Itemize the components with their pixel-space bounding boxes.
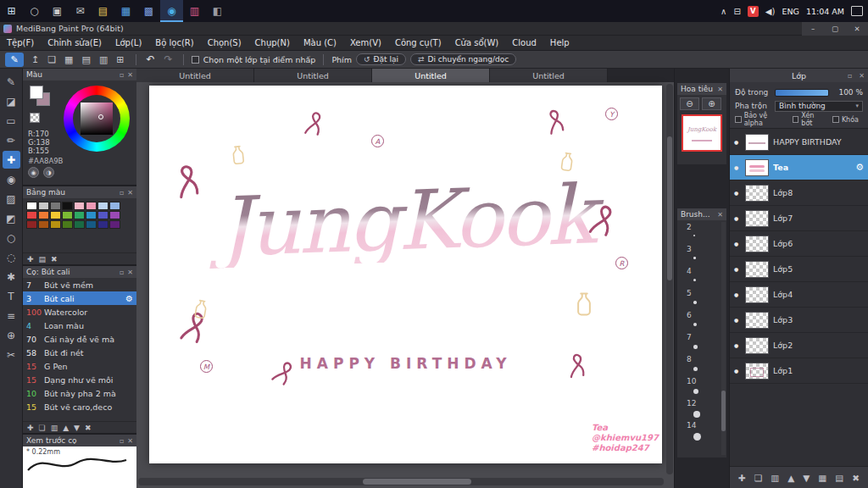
- menu-item[interactable]: Màu (C): [297, 36, 343, 51]
- menu-item[interactable]: Tệp(F): [0, 36, 41, 51]
- lasso-tool[interactable]: ◌: [3, 248, 20, 266]
- brush-settings-icon[interactable]: ⚙: [125, 294, 133, 303]
- volume-icon[interactable]: ◀): [765, 7, 776, 16]
- select-tool[interactable]: ▭: [3, 112, 20, 130]
- undo-icon[interactable]: ↶: [144, 53, 158, 65]
- layer-row[interactable]: ● Lớp5 ⚙: [730, 257, 868, 282]
- close-icon[interactable]: ✕: [127, 189, 133, 197]
- layer-row[interactable]: ● Lớp8 ⚙: [730, 180, 868, 206]
- navigator-header[interactable]: Hoa tiêu ✕: [677, 83, 726, 95]
- color-swatch[interactable]: [38, 202, 49, 210]
- text-tool[interactable]: T: [3, 287, 20, 305]
- new-layer-icon[interactable]: ✚: [738, 473, 746, 483]
- close-icon[interactable]: ✕: [127, 437, 133, 445]
- brush-size-item[interactable]: 8: [677, 355, 726, 377]
- color-swatch[interactable]: [97, 220, 108, 229]
- add-color-icon[interactable]: ✚: [27, 255, 34, 263]
- menu-item[interactable]: Bộ lọc(R): [148, 36, 200, 51]
- zoom-tool[interactable]: ⊕: [3, 326, 20, 344]
- layers-panel-header[interactable]: Lớp ▫ ✕: [730, 69, 868, 82]
- saturation-value-square[interactable]: [81, 103, 113, 135]
- move-direction-button[interactable]: ⇄ Di chuyển ngang/dọc: [410, 53, 516, 65]
- zoom-in-button[interactable]: ⊕: [702, 97, 721, 110]
- redo-icon[interactable]: ↷: [162, 53, 175, 65]
- brush-item[interactable]: 70 Cái này dễ vẽ mà ⚙: [23, 332, 136, 346]
- alpha-protect-checkbox[interactable]: [735, 116, 742, 123]
- brush-item[interactable]: 15 Bút vẽ caro,deco ⚙: [23, 400, 136, 413]
- layer-down-icon[interactable]: ▼: [803, 473, 810, 483]
- brush-item[interactable]: 7 Bút vẽ mềm ⚙: [23, 278, 136, 291]
- foreground-color-swatch[interactable]: [30, 86, 43, 99]
- navigator-preview[interactable]: JungKook: [682, 114, 722, 152]
- color-swatch[interactable]: [109, 220, 120, 229]
- minimize-button[interactable]: –: [802, 22, 824, 36]
- menu-item[interactable]: Công cụ(T): [388, 36, 448, 51]
- network-icon[interactable]: ⊟: [733, 7, 740, 16]
- color-mode-button[interactable]: ◑: [43, 167, 54, 178]
- delete-brush-icon[interactable]: ✖: [85, 424, 92, 432]
- comment-icon[interactable]: ❏: [44, 54, 59, 65]
- color-panel-header[interactable]: Màu ▫ ✕: [23, 69, 136, 80]
- color-swatch[interactable]: [74, 220, 85, 229]
- brush-tool[interactable]: ✏: [3, 131, 20, 149]
- brush-size-scrollbar-thumb[interactable]: [721, 391, 726, 431]
- menu-item[interactable]: Cloud: [505, 36, 543, 51]
- color-swatch[interactable]: [26, 220, 37, 229]
- transparent-color-swatch[interactable]: [30, 113, 40, 123]
- brush-size-item[interactable]: 4: [677, 267, 726, 289]
- vertical-scrollbar[interactable]: [666, 84, 673, 474]
- undock-icon[interactable]: ▫: [120, 437, 124, 445]
- delete-layer-icon[interactable]: ✖: [852, 473, 860, 483]
- color-swatch[interactable]: [62, 211, 73, 219]
- close-icon[interactable]: ✕: [717, 211, 723, 219]
- brush-size-item[interactable]: 14: [677, 421, 726, 443]
- color-swatch[interactable]: [62, 220, 73, 229]
- layer-menu-icon[interactable]: ▤: [835, 473, 843, 483]
- task-view-icon[interactable]: ▣: [46, 0, 69, 22]
- color-swatch[interactable]: [74, 211, 85, 219]
- grid-icon[interactable]: ▦: [61, 54, 76, 65]
- color-swatch[interactable]: [50, 220, 61, 229]
- color-swatch[interactable]: [38, 211, 49, 219]
- visibility-icon[interactable]: ●: [734, 164, 741, 170]
- brush-size-item[interactable]: 7: [677, 333, 726, 355]
- brush-size-item[interactable]: 3: [677, 245, 726, 267]
- brush-size-item[interactable]: 5: [677, 289, 726, 311]
- medibang-icon[interactable]: ◉: [160, 0, 183, 22]
- brush-item[interactable]: 15 Dạng như vẽ môi ⚙: [23, 373, 136, 386]
- visibility-icon[interactable]: ●: [734, 266, 741, 272]
- brush-size-item[interactable]: 6: [677, 311, 726, 333]
- brush-panel-header[interactable]: Cọ: Bút cali ▫ ✕: [23, 266, 136, 278]
- move-tool[interactable]: ✚: [3, 151, 20, 169]
- brush-size-header[interactable]: Brush... ✕: [677, 208, 726, 220]
- select-layer-checkbox[interactable]: [192, 56, 199, 64]
- tray-chevron-icon[interactable]: ∧: [721, 7, 726, 16]
- palette-menu-icon[interactable]: ▤: [39, 255, 47, 263]
- menu-item[interactable]: Help: [543, 36, 576, 51]
- undock-icon[interactable]: ▫: [120, 71, 124, 79]
- visibility-icon[interactable]: ●: [734, 139, 741, 145]
- color-swatch[interactable]: [86, 220, 97, 229]
- opacity-slider[interactable]: [775, 89, 829, 97]
- eyedropper-button[interactable]: ◉: [28, 167, 39, 178]
- layer-row[interactable]: ● Lớp7 ⚙: [730, 206, 868, 231]
- active-brush-tool-button[interactable]: ✎: [5, 53, 24, 67]
- document-tab[interactable]: Untitled: [136, 69, 254, 82]
- menu-item[interactable]: Cửa sổ(W): [448, 36, 506, 51]
- menu-item[interactable]: Xem(V): [343, 36, 388, 51]
- mail-icon[interactable]: ✉: [69, 0, 92, 22]
- save-upload-icon[interactable]: ↥: [28, 54, 42, 65]
- wand-tool[interactable]: ✱: [3, 268, 20, 286]
- close-button[interactable]: ✕: [846, 22, 868, 36]
- layer-row[interactable]: ● Lớp3 ⚙: [730, 308, 868, 333]
- visibility-icon[interactable]: ●: [734, 368, 741, 374]
- close-icon[interactable]: ✕: [127, 269, 133, 276]
- material-icon[interactable]: ⊞: [113, 54, 127, 65]
- zoom-out-button[interactable]: ⊖: [680, 97, 699, 110]
- menu-item[interactable]: Chụp(N): [248, 36, 297, 51]
- clock[interactable]: 11:04 AM: [806, 7, 844, 16]
- color-swatch[interactable]: [86, 202, 97, 210]
- document-tab[interactable]: Untitled: [254, 69, 372, 82]
- document-tab[interactable]: Untitled: [490, 69, 608, 82]
- layer-row[interactable]: ● Lớp6 ⚙: [730, 231, 868, 257]
